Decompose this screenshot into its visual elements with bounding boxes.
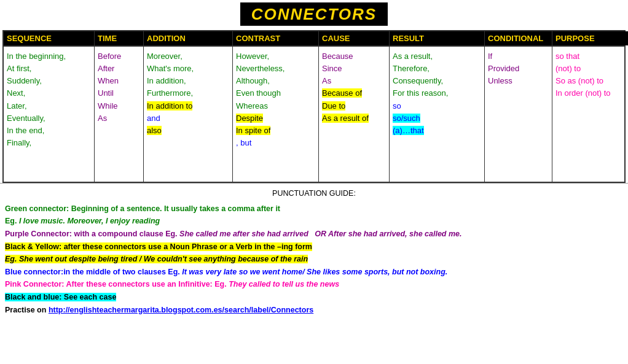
punct-line-1: Green connector: Beginning of a sentence… (5, 203, 623, 215)
header-cause: CAUSE (319, 31, 390, 45)
punct-line-4: Black & Yellow: after these connectors u… (5, 241, 623, 254)
punct-line-3: Purple Connector: with a compound clause… (5, 228, 623, 241)
header-conditional: CONDITIONAL (485, 31, 552, 45)
col-contrast-content: However, Nevertheless, Although, Even th… (233, 47, 319, 182)
contrast-green: However, Nevertheless, Although, Even th… (236, 50, 315, 100)
punct-line-8: Black and blue: See each case (5, 291, 623, 304)
punct-line-7: Pink Connector: After these connectors u… (5, 278, 623, 291)
time-items: Before After When Until While As (98, 50, 140, 125)
table-header: SEQUENCE TIME ADDITION CONTRAST CAUSE RE… (4, 31, 624, 47)
result-green: As a result, Therefore, Consequently, Fo… (393, 50, 481, 100)
col-purpose-content: so that (not) to So as (not) to In order… (552, 47, 628, 182)
punct-line-6: Blue connector:in the middle of two clau… (5, 266, 623, 279)
table-content: In the beginning, At first, Suddenly, Ne… (4, 47, 624, 182)
punctuation-title: PUNCTUATION GUIDE: (5, 187, 623, 200)
main-container: CONNECTORS SEQUENCE TIME ADDITION CONTRA… (0, 0, 628, 320)
header-time: TIME (95, 31, 144, 45)
col-addition-content: Moreover, What's more, In addition, Furt… (144, 47, 233, 182)
header-purpose: PURPOSE (552, 31, 628, 45)
cause-yellow: Because of Due to As a result of (322, 87, 386, 124)
col-time-content: Before After When Until While As (95, 47, 144, 182)
punctuation-guide: PUNCTUATION GUIDE: Green connector: Begi… (0, 183, 628, 320)
col-result-content: As a result, Therefore, Consequently, Fo… (390, 47, 485, 182)
connectors-table: SEQUENCE TIME ADDITION CONTRAST CAUSE RE… (2, 30, 626, 183)
punct-line-9: Practise on http://englishteachermargari… (5, 304, 623, 317)
col-cause-content: Because Since As Because of Due to As a … (319, 47, 390, 182)
title-text: CONNECTORS (240, 2, 388, 26)
header-sequence: SEQUENCE (4, 31, 95, 45)
purpose-pink: so that (not) to So as (not) to In order… (555, 50, 627, 100)
header-addition: ADDITION (144, 31, 233, 45)
contrast-mixed: Whereas Despite In spite of , but (236, 100, 315, 150)
result-blue: so so/such (a)…that (393, 100, 481, 137)
addition-yellow: In addition to and also (147, 100, 229, 137)
punct-line-2: Eg. I love music. Moreover, I enjoy read… (5, 215, 623, 228)
sequence-items: In the beginning, At first, Suddenly, Ne… (7, 50, 91, 149)
punct-line-5: Eg. She went out despite being tired / W… (5, 253, 623, 266)
header-result: RESULT (390, 31, 485, 45)
conditional-purple: If Provided Unless (488, 50, 549, 87)
col-conditional-content: If Provided Unless (485, 47, 552, 182)
page-title: CONNECTORS (0, 0, 628, 30)
header-contrast: CONTRAST (233, 31, 319, 45)
practise-link[interactable]: http://englishteachermargarita.blogspot.… (49, 306, 313, 314)
addition-green: Moreover, What's more, In addition, Furt… (147, 50, 229, 100)
col-sequence-content: In the beginning, At first, Suddenly, Ne… (4, 47, 95, 182)
cause-purple: Because Since As (322, 50, 386, 87)
